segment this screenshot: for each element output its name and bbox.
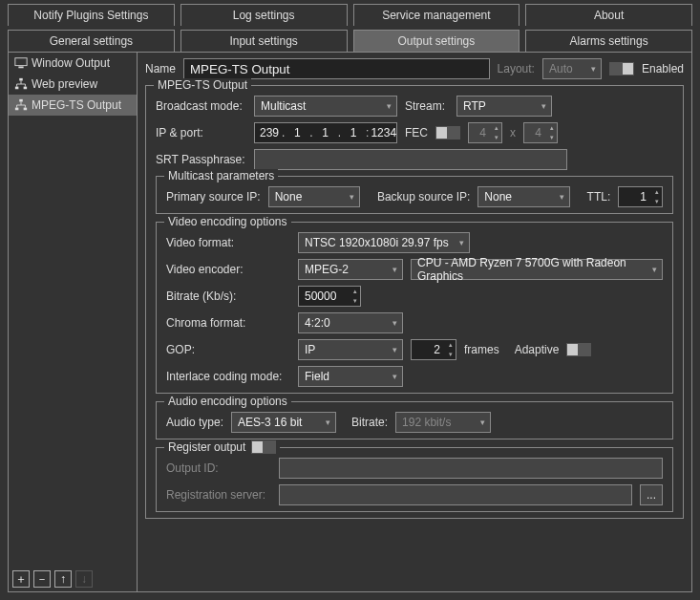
audio-bitrate-select[interactable]: 192 kbit/s xyxy=(395,412,491,433)
tab-notify-plugins[interactable]: Notify Plugins Settings xyxy=(8,4,175,26)
browse-server-button[interactable]: ... xyxy=(640,484,663,505)
svg-rect-0 xyxy=(15,58,27,66)
move-up-button[interactable]: ↑ xyxy=(54,570,72,588)
primary-source-label: Primary source IP: xyxy=(166,190,261,204)
tab-output-settings[interactable]: Output settings xyxy=(353,30,520,52)
interlace-select[interactable]: Field xyxy=(298,366,403,387)
sidebar-item-window-output[interactable]: Window Output xyxy=(9,53,137,74)
video-encoder-label: Video encoder: xyxy=(166,263,290,276)
video-format-label: Video format: xyxy=(166,236,290,249)
group-title: MPEG-TS Output xyxy=(154,78,251,92)
output-id-label: Output ID: xyxy=(166,461,271,475)
svg-rect-6 xyxy=(15,108,19,111)
sub-tab-bar: General settings Input settings Output s… xyxy=(0,26,700,52)
tree-icon xyxy=(14,77,28,91)
fec-toggle[interactable] xyxy=(435,126,460,139)
group-title: Multicast parameters xyxy=(164,169,278,182)
audio-type-select[interactable]: AES-3 16 bit xyxy=(231,412,336,433)
sidebar-item-mpegts-output[interactable]: MPEG-TS Output xyxy=(9,95,137,116)
video-format-select[interactable]: NTSC 1920x1080i 29.97 fps xyxy=(298,232,470,253)
gop-frames-spin[interactable]: 2 xyxy=(411,339,456,360)
tab-service-management[interactable]: Service management xyxy=(353,4,520,26)
monitor-icon xyxy=(14,56,28,70)
ip-octet-1[interactable] xyxy=(259,126,280,139)
output-content: Name Layout: Auto Enabled MPEG-TS Output… xyxy=(137,52,692,592)
registration-server-label: Registration server: xyxy=(166,488,271,502)
gop-label: GOP: xyxy=(166,343,290,356)
svg-rect-5 xyxy=(19,99,23,102)
top-tab-bar: Notify Plugins Settings Log settings Ser… xyxy=(0,0,700,26)
sidebar-buttons: ＋ － ↑ ↓ xyxy=(9,567,137,591)
encoder-device-select[interactable]: CPU - AMD Ryzen 7 5700G with Radeon Grap… xyxy=(411,259,663,280)
sidebar-item-web-preview[interactable]: Web preview xyxy=(9,74,137,95)
register-toggle[interactable] xyxy=(251,440,276,454)
svg-rect-7 xyxy=(24,108,28,111)
ip-octet-3[interactable] xyxy=(315,126,336,139)
frames-label: frames xyxy=(464,343,499,356)
backup-source-select[interactable]: None xyxy=(477,186,569,207)
enabled-toggle[interactable] xyxy=(609,62,634,75)
video-encoder-select[interactable]: MPEG-2 xyxy=(298,259,403,280)
fec-x-label: x xyxy=(510,126,516,139)
video-group: Video encoding options Video format: NTS… xyxy=(156,222,673,394)
backup-source-label: Backup source IP: xyxy=(377,190,470,204)
ip-octet-4[interactable] xyxy=(343,126,364,139)
srt-input[interactable] xyxy=(254,149,567,170)
ttl-label: TTL: xyxy=(587,190,611,204)
interlace-label: Interlace coding mode: xyxy=(166,370,290,383)
broadcast-mode-label: Broadcast mode: xyxy=(156,99,246,113)
output-id-input xyxy=(279,458,663,479)
primary-source-select[interactable]: None xyxy=(268,186,360,207)
layout-select[interactable]: Auto xyxy=(542,58,602,79)
mpegts-group: MPEG-TS Output Broadcast mode: Multicast… xyxy=(145,85,684,519)
group-title: Register output xyxy=(164,440,280,454)
name-input[interactable] xyxy=(183,58,490,79)
stream-select[interactable]: RTP xyxy=(456,96,552,117)
tab-log-settings[interactable]: Log settings xyxy=(180,4,348,26)
tab-alarms-settings[interactable]: Alarms settings xyxy=(525,30,692,52)
fec-b-spin[interactable]: 4 xyxy=(523,122,558,143)
audio-type-label: Audio type: xyxy=(166,416,223,429)
svg-rect-4 xyxy=(24,87,28,90)
broadcast-mode-select[interactable]: Multicast xyxy=(254,96,397,117)
tab-general-settings[interactable]: General settings xyxy=(8,30,175,52)
fec-label: FEC xyxy=(405,126,428,139)
adaptive-toggle[interactable] xyxy=(566,343,591,356)
bitrate-label: Bitrate (Kb/s): xyxy=(166,289,290,303)
add-output-button[interactable]: ＋ xyxy=(12,570,30,588)
chroma-select[interactable]: 4:2:0 xyxy=(298,312,403,333)
group-title: Video encoding options xyxy=(164,215,291,228)
remove-output-button[interactable]: － xyxy=(33,570,51,588)
chroma-label: Chroma format: xyxy=(166,316,290,330)
ip-port-input[interactable]: . . . : xyxy=(254,122,397,143)
ip-octet-2[interactable] xyxy=(286,126,308,139)
sidebar-item-label: MPEG-TS Output xyxy=(32,98,121,112)
multicast-group: Multicast parameters Primary source IP: … xyxy=(156,176,673,214)
tab-input-settings[interactable]: Input settings xyxy=(180,30,348,52)
register-label: Register output xyxy=(168,440,245,454)
name-label: Name xyxy=(145,62,176,75)
audio-bitrate-label: Bitrate: xyxy=(351,416,388,429)
adaptive-label: Adaptive xyxy=(515,343,560,356)
port-input[interactable] xyxy=(371,126,405,139)
audio-group: Audio encoding options Audio type: AES-3… xyxy=(156,401,673,439)
register-group: Register output Output ID: Registration … xyxy=(156,447,673,512)
layout-label: Layout: xyxy=(498,62,535,75)
ttl-spin[interactable]: 1 xyxy=(618,186,663,207)
tab-about[interactable]: About xyxy=(525,4,692,26)
bitrate-spin[interactable]: 50000 xyxy=(298,286,361,307)
output-sidebar: Window Output Web preview MPEG-TS Output… xyxy=(8,52,137,592)
fec-a-spin[interactable]: 4 xyxy=(468,122,502,143)
group-title: Audio encoding options xyxy=(164,395,291,408)
tree-icon xyxy=(14,98,28,112)
sidebar-item-label: Window Output xyxy=(32,56,110,70)
gop-mode-select[interactable]: IP xyxy=(298,339,403,360)
svg-rect-3 xyxy=(15,87,19,90)
svg-rect-2 xyxy=(19,78,23,81)
sidebar-item-label: Web preview xyxy=(32,77,97,91)
registration-server-input xyxy=(279,484,632,505)
ip-port-label: IP & port: xyxy=(156,126,246,139)
stream-label: Stream: xyxy=(405,99,445,113)
move-down-button[interactable]: ↓ xyxy=(75,570,93,588)
srt-label: SRT Passphrase: xyxy=(156,153,246,166)
